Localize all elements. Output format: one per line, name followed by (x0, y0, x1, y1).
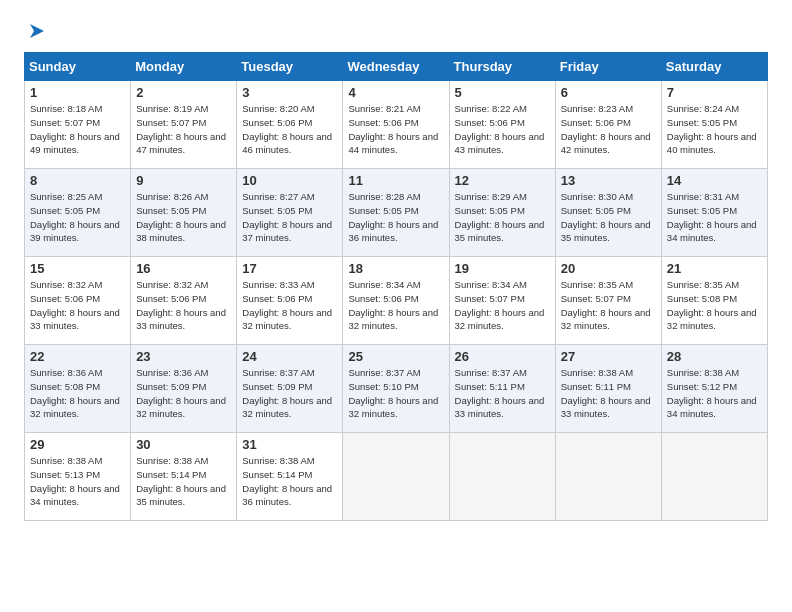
cell-content: Sunrise: 8:30 AMSunset: 5:05 PMDaylight:… (561, 190, 656, 245)
day-number: 2 (136, 85, 231, 100)
calendar-cell: 16Sunrise: 8:32 AMSunset: 5:06 PMDayligh… (131, 257, 237, 345)
day-number: 27 (561, 349, 656, 364)
calendar-cell: 23Sunrise: 8:36 AMSunset: 5:09 PMDayligh… (131, 345, 237, 433)
calendar-cell: 22Sunrise: 8:36 AMSunset: 5:08 PMDayligh… (25, 345, 131, 433)
cell-content: Sunrise: 8:27 AMSunset: 5:05 PMDaylight:… (242, 190, 337, 245)
calendar-cell (555, 433, 661, 521)
cell-content: Sunrise: 8:34 AMSunset: 5:06 PMDaylight:… (348, 278, 443, 333)
calendar-cell: 10Sunrise: 8:27 AMSunset: 5:05 PMDayligh… (237, 169, 343, 257)
calendar-cell: 2Sunrise: 8:19 AMSunset: 5:07 PMDaylight… (131, 81, 237, 169)
header (24, 20, 768, 38)
cell-content: Sunrise: 8:25 AMSunset: 5:05 PMDaylight:… (30, 190, 125, 245)
cell-content: Sunrise: 8:18 AMSunset: 5:07 PMDaylight:… (30, 102, 125, 157)
calendar-cell: 30Sunrise: 8:38 AMSunset: 5:14 PMDayligh… (131, 433, 237, 521)
calendar-cell: 5Sunrise: 8:22 AMSunset: 5:06 PMDaylight… (449, 81, 555, 169)
cell-content: Sunrise: 8:35 AMSunset: 5:07 PMDaylight:… (561, 278, 656, 333)
calendar-day-header: Thursday (449, 53, 555, 81)
cell-content: Sunrise: 8:22 AMSunset: 5:06 PMDaylight:… (455, 102, 550, 157)
cell-content: Sunrise: 8:32 AMSunset: 5:06 PMDaylight:… (136, 278, 231, 333)
day-number: 12 (455, 173, 550, 188)
cell-content: Sunrise: 8:23 AMSunset: 5:06 PMDaylight:… (561, 102, 656, 157)
cell-content: Sunrise: 8:36 AMSunset: 5:08 PMDaylight:… (30, 366, 125, 421)
day-number: 4 (348, 85, 443, 100)
day-number: 28 (667, 349, 762, 364)
day-number: 17 (242, 261, 337, 276)
cell-content: Sunrise: 8:31 AMSunset: 5:05 PMDaylight:… (667, 190, 762, 245)
calendar-cell: 14Sunrise: 8:31 AMSunset: 5:05 PMDayligh… (661, 169, 767, 257)
cell-content: Sunrise: 8:26 AMSunset: 5:05 PMDaylight:… (136, 190, 231, 245)
day-number: 1 (30, 85, 125, 100)
day-number: 31 (242, 437, 337, 452)
day-number: 13 (561, 173, 656, 188)
cell-content: Sunrise: 8:38 AMSunset: 5:14 PMDaylight:… (136, 454, 231, 509)
day-number: 18 (348, 261, 443, 276)
day-number: 16 (136, 261, 231, 276)
calendar-cell: 6Sunrise: 8:23 AMSunset: 5:06 PMDaylight… (555, 81, 661, 169)
cell-content: Sunrise: 8:37 AMSunset: 5:11 PMDaylight:… (455, 366, 550, 421)
cell-content: Sunrise: 8:38 AMSunset: 5:13 PMDaylight:… (30, 454, 125, 509)
cell-content: Sunrise: 8:19 AMSunset: 5:07 PMDaylight:… (136, 102, 231, 157)
day-number: 3 (242, 85, 337, 100)
day-number: 25 (348, 349, 443, 364)
calendar-cell: 13Sunrise: 8:30 AMSunset: 5:05 PMDayligh… (555, 169, 661, 257)
calendar-cell: 11Sunrise: 8:28 AMSunset: 5:05 PMDayligh… (343, 169, 449, 257)
calendar-cell: 8Sunrise: 8:25 AMSunset: 5:05 PMDaylight… (25, 169, 131, 257)
calendar-week-row: 1Sunrise: 8:18 AMSunset: 5:07 PMDaylight… (25, 81, 768, 169)
calendar-cell: 21Sunrise: 8:35 AMSunset: 5:08 PMDayligh… (661, 257, 767, 345)
calendar-cell: 17Sunrise: 8:33 AMSunset: 5:06 PMDayligh… (237, 257, 343, 345)
cell-content: Sunrise: 8:20 AMSunset: 5:06 PMDaylight:… (242, 102, 337, 157)
logo-arrow-icon (26, 20, 48, 42)
calendar-cell: 28Sunrise: 8:38 AMSunset: 5:12 PMDayligh… (661, 345, 767, 433)
cell-content: Sunrise: 8:37 AMSunset: 5:10 PMDaylight:… (348, 366, 443, 421)
cell-content: Sunrise: 8:21 AMSunset: 5:06 PMDaylight:… (348, 102, 443, 157)
day-number: 22 (30, 349, 125, 364)
day-number: 23 (136, 349, 231, 364)
cell-content: Sunrise: 8:38 AMSunset: 5:11 PMDaylight:… (561, 366, 656, 421)
calendar-day-header: Monday (131, 53, 237, 81)
calendar-cell: 18Sunrise: 8:34 AMSunset: 5:06 PMDayligh… (343, 257, 449, 345)
calendar-day-header: Tuesday (237, 53, 343, 81)
calendar-cell: 3Sunrise: 8:20 AMSunset: 5:06 PMDaylight… (237, 81, 343, 169)
cell-content: Sunrise: 8:35 AMSunset: 5:08 PMDaylight:… (667, 278, 762, 333)
day-number: 15 (30, 261, 125, 276)
calendar-cell (449, 433, 555, 521)
cell-content: Sunrise: 8:34 AMSunset: 5:07 PMDaylight:… (455, 278, 550, 333)
calendar-cell: 24Sunrise: 8:37 AMSunset: 5:09 PMDayligh… (237, 345, 343, 433)
calendar-cell: 27Sunrise: 8:38 AMSunset: 5:11 PMDayligh… (555, 345, 661, 433)
calendar-cell: 25Sunrise: 8:37 AMSunset: 5:10 PMDayligh… (343, 345, 449, 433)
day-number: 7 (667, 85, 762, 100)
cell-content: Sunrise: 8:24 AMSunset: 5:05 PMDaylight:… (667, 102, 762, 157)
day-number: 9 (136, 173, 231, 188)
day-number: 21 (667, 261, 762, 276)
calendar-cell: 1Sunrise: 8:18 AMSunset: 5:07 PMDaylight… (25, 81, 131, 169)
calendar-header-row: SundayMondayTuesdayWednesdayThursdayFrid… (25, 53, 768, 81)
calendar-week-row: 22Sunrise: 8:36 AMSunset: 5:08 PMDayligh… (25, 345, 768, 433)
calendar-cell: 26Sunrise: 8:37 AMSunset: 5:11 PMDayligh… (449, 345, 555, 433)
cell-content: Sunrise: 8:29 AMSunset: 5:05 PMDaylight:… (455, 190, 550, 245)
calendar-week-row: 15Sunrise: 8:32 AMSunset: 5:06 PMDayligh… (25, 257, 768, 345)
svg-marker-0 (30, 24, 44, 38)
cell-content: Sunrise: 8:38 AMSunset: 5:14 PMDaylight:… (242, 454, 337, 509)
calendar-cell: 7Sunrise: 8:24 AMSunset: 5:05 PMDaylight… (661, 81, 767, 169)
calendar-cell (343, 433, 449, 521)
calendar-week-row: 29Sunrise: 8:38 AMSunset: 5:13 PMDayligh… (25, 433, 768, 521)
calendar-cell: 19Sunrise: 8:34 AMSunset: 5:07 PMDayligh… (449, 257, 555, 345)
day-number: 11 (348, 173, 443, 188)
calendar-cell: 15Sunrise: 8:32 AMSunset: 5:06 PMDayligh… (25, 257, 131, 345)
logo (24, 20, 48, 38)
day-number: 8 (30, 173, 125, 188)
cell-content: Sunrise: 8:32 AMSunset: 5:06 PMDaylight:… (30, 278, 125, 333)
calendar-day-header: Wednesday (343, 53, 449, 81)
cell-content: Sunrise: 8:38 AMSunset: 5:12 PMDaylight:… (667, 366, 762, 421)
calendar-cell: 20Sunrise: 8:35 AMSunset: 5:07 PMDayligh… (555, 257, 661, 345)
day-number: 26 (455, 349, 550, 364)
day-number: 5 (455, 85, 550, 100)
day-number: 6 (561, 85, 656, 100)
calendar-cell: 29Sunrise: 8:38 AMSunset: 5:13 PMDayligh… (25, 433, 131, 521)
calendar-cell: 12Sunrise: 8:29 AMSunset: 5:05 PMDayligh… (449, 169, 555, 257)
day-number: 24 (242, 349, 337, 364)
calendar-cell (661, 433, 767, 521)
day-number: 30 (136, 437, 231, 452)
day-number: 14 (667, 173, 762, 188)
calendar-day-header: Sunday (25, 53, 131, 81)
